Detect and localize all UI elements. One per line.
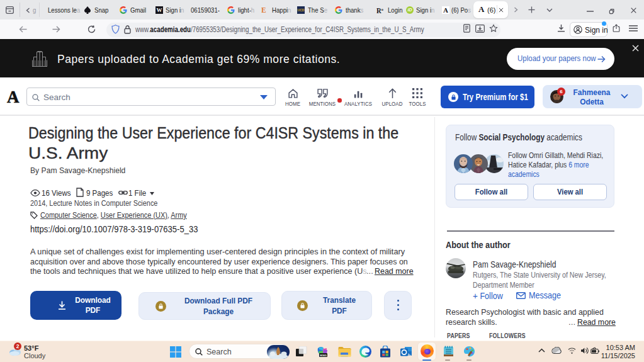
svg-text:M365: M365 (320, 354, 327, 357)
